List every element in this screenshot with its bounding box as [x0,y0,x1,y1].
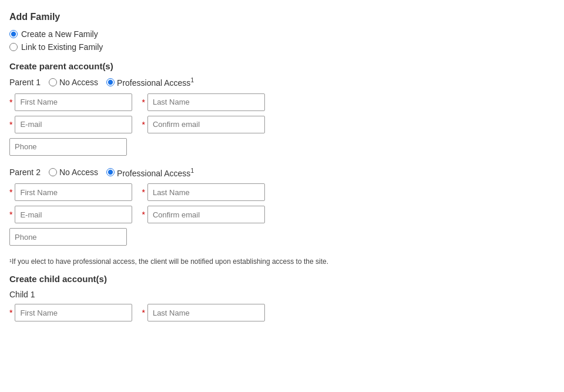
parent2-email-required: * [9,210,12,219]
parent2-header: Parent 2 No Access Professional Access1 [9,167,555,178]
parent2-no-access-radio[interactable] [49,168,57,176]
parent1-lastname-required: * [142,98,145,107]
parent2-no-access-option[interactable]: No Access [49,167,98,177]
link-existing-family-option[interactable]: Link to Existing Family [9,42,555,52]
parent2-confirm-email-group: * [142,206,264,223]
parent2-lastname-group: * [142,183,264,201]
parent2-phone-group [9,228,127,246]
parent1-email-input[interactable] [15,116,132,133]
parent1-no-access-label: No Access [59,78,98,87]
parent1-lastname-input[interactable] [147,93,265,111]
parent2-email-row: * * [9,206,555,223]
parent1-firstname-group: * [9,93,132,111]
parent2-confirm-email-required: * [142,210,145,219]
create-new-family-option[interactable]: Create a New Family [9,29,555,39]
child1-name-row: * * [9,304,555,321]
parent-accounts-section-title: Create parent account(s) [9,61,555,71]
parent1-professional-access-label: Professional Access1 [117,77,194,88]
link-existing-family-radio[interactable] [9,43,18,51]
child1-lastname-group: * [142,304,264,321]
parent1-confirm-email-required: * [142,120,145,129]
parent2-lastname-required: * [142,187,145,197]
parent2-name-row: * * [9,183,555,201]
parent2-no-access-label: No Access [59,167,98,177]
parent1-section: Parent 1 No Access Professional Access1 … [9,77,555,156]
parent2-phone-row [9,228,555,246]
parent2-lastname-input[interactable] [147,183,265,201]
parent1-firstname-required: * [9,98,12,107]
parent2-firstname-input[interactable] [15,183,132,201]
parent2-confirm-email-input[interactable] [147,206,265,223]
parent1-firstname-input[interactable] [15,93,132,111]
parent1-confirm-email-input[interactable] [147,116,265,133]
link-existing-family-label: Link to Existing Family [21,42,103,52]
parent1-professional-access-radio[interactable] [106,78,115,86]
parent1-professional-superscript: 1 [190,77,194,83]
family-type-radio-group: Create a New Family Link to Existing Fam… [9,29,555,52]
child1-firstname-group: * [9,304,132,321]
create-new-family-radio[interactable] [9,30,18,38]
parent1-name-row: * * [9,93,555,111]
child1-lastname-input[interactable] [147,304,265,321]
parent2-firstname-group: * [9,183,132,201]
child-accounts-section-title: Create child account(s) [9,274,555,284]
child1-firstname-required: * [9,308,12,317]
parent2-label: Parent 2 [9,167,41,177]
parent1-phone-input[interactable] [9,138,127,156]
child-accounts-section: Create child account(s) Child 1 * * [9,274,555,321]
parent1-confirm-email-group: * [142,116,264,133]
child1-firstname-input[interactable] [15,304,132,321]
parent2-professional-access-radio[interactable] [106,168,115,176]
child1-label: Child 1 [9,290,555,299]
parent2-professional-superscript: 1 [190,167,194,174]
parent1-header: Parent 1 No Access Professional Access1 [9,77,555,88]
professional-access-footnote: ¹If you elect to have professional acces… [9,257,503,266]
page-title: Add Family [9,12,555,22]
create-new-family-label: Create a New Family [21,29,98,39]
parent1-label: Parent 1 [9,78,41,87]
parent2-email-input[interactable] [15,206,132,223]
parent1-phone-row [9,138,555,156]
parent2-email-group: * [9,206,132,223]
parent1-email-group: * [9,116,132,133]
parent1-lastname-group: * [142,93,264,111]
parent2-phone-input[interactable] [9,228,127,246]
parent1-professional-access-option[interactable]: Professional Access1 [106,77,194,88]
parent1-no-access-radio[interactable] [49,78,57,86]
parent1-email-row: * * [9,116,555,133]
parent1-phone-group [9,138,127,156]
parent2-professional-access-option[interactable]: Professional Access1 [106,167,194,178]
parent2-professional-access-label: Professional Access1 [117,167,194,178]
parent2-section: Parent 2 No Access Professional Access1 … [9,167,555,246]
parent1-email-required: * [9,120,12,129]
parent2-firstname-required: * [9,187,12,197]
parent1-no-access-option[interactable]: No Access [49,78,98,87]
child1-lastname-required: * [142,308,145,317]
